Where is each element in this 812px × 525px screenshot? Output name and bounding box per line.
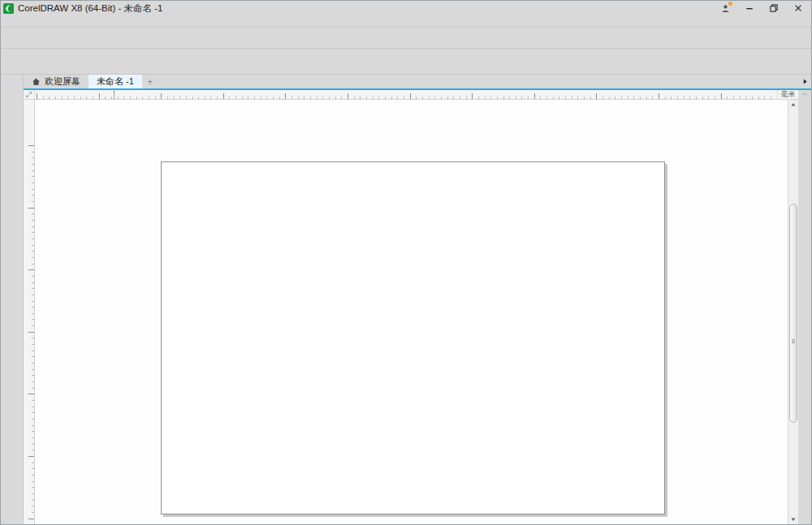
account-badge — [728, 2, 732, 6]
menu-bar — [1, 15, 811, 28]
coreldraw-window: CorelDRAW X8 (64-Bit) - 未命名 -1 欢迎屏幕 未命名 … — [0, 0, 812, 525]
toolbox — [1, 75, 24, 524]
scrollbar-thumb[interactable] — [789, 204, 797, 423]
document-page[interactable] — [161, 161, 665, 514]
new-tab-button[interactable]: + — [142, 75, 158, 88]
restore-button[interactable] — [768, 3, 780, 14]
color-palette — [798, 90, 811, 524]
minimize-button[interactable] — [744, 3, 755, 14]
close-button[interactable] — [793, 3, 804, 14]
document-tab-bar: 欢迎屏幕 未命名 -1 + — [24, 75, 811, 90]
palette-scroll-up-icon[interactable] — [801, 90, 809, 98]
scroll-up-icon[interactable] — [788, 100, 798, 110]
scroll-down-icon[interactable] — [788, 514, 798, 524]
ruler-row: 毫米 — [24, 90, 798, 100]
vertical-ruler[interactable] — [24, 100, 35, 524]
horizontal-ruler[interactable] — [35, 90, 777, 99]
scrollbar-track[interactable] — [788, 110, 798, 514]
home-icon — [32, 77, 41, 86]
tab-scroll-right-icon[interactable] — [798, 75, 811, 88]
tab-welcome-screen[interactable]: 欢迎屏幕 — [24, 75, 89, 88]
tab-document-label: 未命名 -1 — [97, 75, 134, 88]
corel-logo-icon — [3, 3, 14, 14]
tab-document[interactable]: 未命名 -1 — [89, 75, 142, 88]
drawing-canvas[interactable] — [35, 100, 788, 524]
account-icon[interactable] — [719, 3, 731, 14]
window-title: CorelDRAW X8 (64-Bit) - 未命名 -1 — [18, 2, 163, 15]
ruler-unit-label: 毫米 — [777, 90, 798, 99]
tab-welcome-label: 欢迎屏幕 — [45, 75, 80, 88]
title-bar: CorelDRAW X8 (64-Bit) - 未命名 -1 — [1, 1, 811, 15]
standard-toolbar — [1, 28, 811, 49]
scrollbar-grip — [792, 339, 795, 343]
vertical-scrollbar[interactable] — [788, 100, 798, 524]
workspace: 欢迎屏幕 未命名 -1 + 毫米 — [1, 75, 811, 524]
ruler-cursor-tick — [114, 91, 114, 99]
ruler-origin-icon[interactable] — [24, 90, 35, 99]
property-bar — [1, 49, 811, 75]
